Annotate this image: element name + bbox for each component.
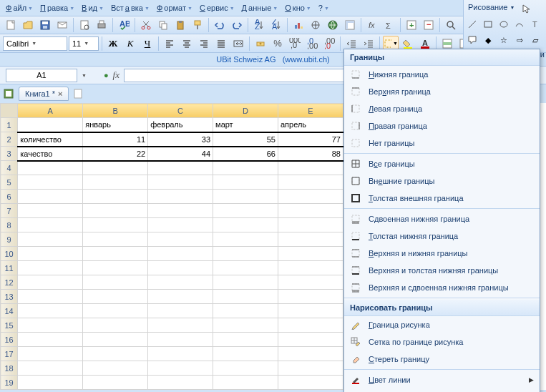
cell[interactable]: [148, 190, 213, 204]
cell[interactable]: [18, 261, 83, 275]
cell[interactable]: [278, 290, 343, 304]
chart-button[interactable]: [291, 17, 306, 33]
cell[interactable]: [18, 190, 83, 204]
cell[interactable]: [18, 318, 83, 333]
headers-button[interactable]: [342, 17, 358, 33]
cell[interactable]: [213, 347, 278, 361]
cell[interactable]: март: [213, 118, 278, 132]
cell[interactable]: [18, 175, 83, 190]
border-right[interactable]: Правая граница: [344, 117, 540, 134]
cell[interactable]: [213, 333, 278, 347]
row-header[interactable]: 15: [1, 318, 18, 333]
row-header[interactable]: 5: [1, 175, 18, 190]
cell[interactable]: [148, 361, 213, 376]
cell[interactable]: [18, 290, 83, 304]
cell[interactable]: [18, 247, 83, 261]
cell[interactable]: [83, 304, 148, 318]
cell[interactable]: [213, 161, 278, 175]
redo-button[interactable]: [229, 17, 245, 33]
cell[interactable]: [213, 376, 278, 390]
cell[interactable]: [278, 261, 343, 275]
row-header[interactable]: 18: [1, 361, 18, 376]
cell[interactable]: [83, 232, 148, 247]
ellipse-icon[interactable]: [497, 17, 511, 31]
email-button[interactable]: [54, 17, 70, 33]
cell[interactable]: [148, 318, 213, 333]
symbols-icon[interactable]: ☆: [497, 33, 511, 47]
cell[interactable]: [278, 361, 343, 376]
align-justify-button[interactable]: [213, 36, 229, 52]
print-button[interactable]: [94, 17, 109, 33]
delete-cells-button[interactable]: −: [421, 17, 437, 33]
border-pencil[interactable]: Граница рисунка: [344, 316, 540, 333]
sort-desc-button[interactable]: ZA: [268, 17, 284, 33]
cell[interactable]: [278, 318, 343, 333]
cell[interactable]: 33: [148, 132, 213, 147]
row-header[interactable]: 13: [1, 290, 18, 304]
cell[interactable]: [83, 376, 148, 390]
cell[interactable]: [148, 333, 213, 347]
cell[interactable]: [213, 247, 278, 261]
cell[interactable]: [83, 361, 148, 376]
row-header[interactable]: 10: [1, 247, 18, 261]
cell[interactable]: [278, 204, 343, 218]
cell[interactable]: [278, 333, 343, 347]
cell[interactable]: 77: [278, 132, 343, 147]
new-tab-icon[interactable]: [73, 88, 83, 99]
navigator-button[interactable]: [308, 17, 323, 33]
cell[interactable]: [278, 376, 343, 390]
cell[interactable]: количество: [18, 132, 83, 147]
cell[interactable]: [18, 376, 83, 390]
border-top[interactable]: Верхняя граница: [344, 83, 540, 100]
cell[interactable]: [213, 190, 278, 204]
font-combo[interactable]: Calibri▼: [3, 36, 67, 51]
fx-icon[interactable]: fx: [113, 69, 120, 81]
close-icon[interactable]: ×: [58, 89, 62, 98]
border-left[interactable]: Левая граница: [344, 100, 540, 117]
cell[interactable]: [18, 304, 83, 318]
cell[interactable]: февраль: [148, 118, 213, 132]
row-header[interactable]: 6: [1, 190, 18, 204]
cell[interactable]: 55: [213, 132, 278, 147]
cell[interactable]: [18, 347, 83, 361]
row-header[interactable]: 4: [1, 161, 18, 175]
line-icon[interactable]: [465, 17, 479, 31]
cell[interactable]: 22: [83, 147, 148, 161]
sort-asc-button[interactable]: AZ: [251, 17, 267, 33]
decimal-remove-button[interactable]: ,00,0: [321, 36, 337, 52]
cell[interactable]: [213, 290, 278, 304]
cell[interactable]: [213, 204, 278, 218]
cell[interactable]: 66: [213, 147, 278, 161]
col-header[interactable]: A: [18, 104, 83, 118]
cell[interactable]: [148, 261, 213, 275]
cell[interactable]: [83, 218, 148, 232]
row-header[interactable]: 17: [1, 347, 18, 361]
cell[interactable]: [83, 161, 148, 175]
border-none[interactable]: Нет границы: [344, 134, 540, 152]
cell[interactable]: [278, 175, 343, 190]
number-format-button[interactable]: 000,0: [287, 36, 303, 52]
row-header[interactable]: 16: [1, 333, 18, 347]
cell[interactable]: [83, 347, 148, 361]
percent-button[interactable]: %: [270, 36, 286, 52]
cell[interactable]: январь: [83, 118, 148, 132]
cell[interactable]: [83, 190, 148, 204]
paste-button[interactable]: [172, 17, 188, 33]
menu-?[interactable]: ? ▼: [316, 2, 332, 14]
cut-button[interactable]: [138, 17, 154, 33]
row-header[interactable]: 1: [1, 118, 18, 132]
cell[interactable]: [83, 175, 148, 190]
decimal-add-button[interactable]: ,0,00: [304, 36, 320, 52]
new-doc-button[interactable]: [3, 17, 19, 33]
cell[interactable]: [83, 333, 148, 347]
border-thick[interactable]: Толстая внешняя граница: [344, 190, 540, 207]
cell[interactable]: 88: [278, 147, 343, 161]
find-button[interactable]: [443, 17, 459, 33]
cell[interactable]: [148, 275, 213, 290]
cell[interactable]: [278, 275, 343, 290]
cell[interactable]: [148, 304, 213, 318]
menu-Формат[interactable]: Формат ▼: [154, 2, 195, 14]
cell[interactable]: [213, 218, 278, 232]
open-button[interactable]: [20, 17, 36, 33]
shapes-icon[interactable]: ◆: [481, 33, 495, 47]
